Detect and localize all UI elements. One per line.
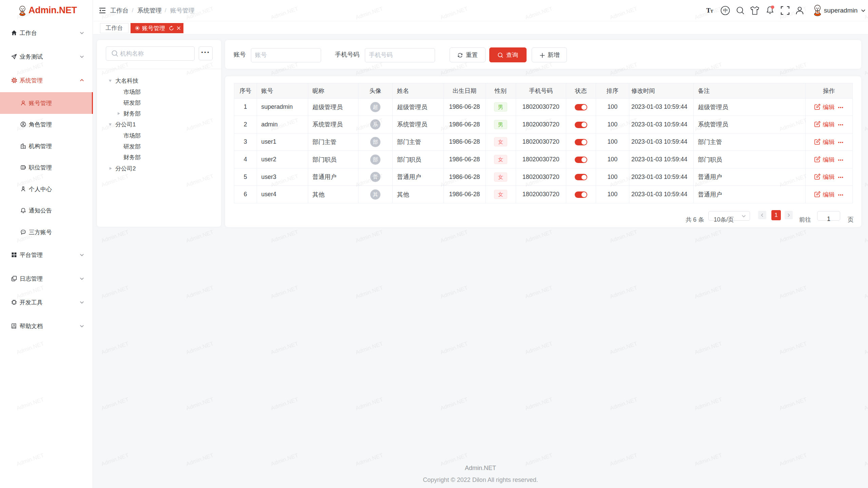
svg-text:中: 中 [723,8,728,13]
svg-text:T: T [710,8,713,14]
